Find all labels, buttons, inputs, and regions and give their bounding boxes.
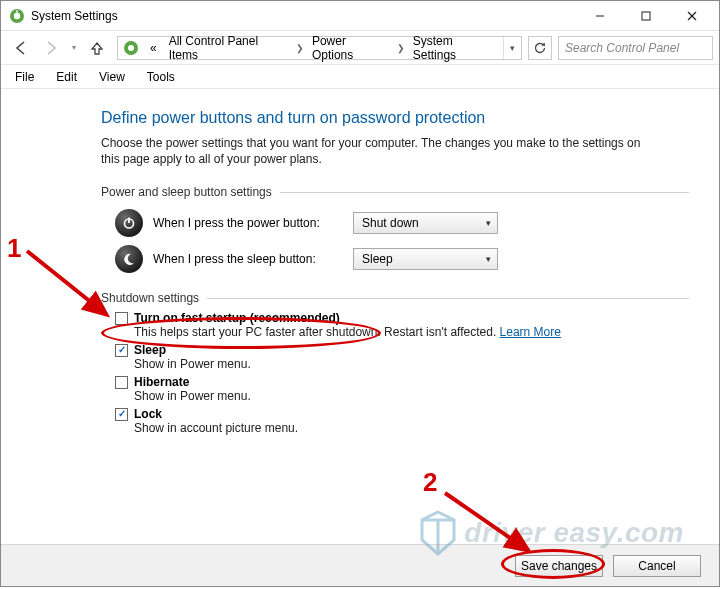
learn-more-link[interactable]: Learn More (500, 325, 561, 339)
power-icon (115, 209, 143, 237)
menu-bar: File Edit View Tools (1, 65, 719, 89)
control-panel-icon (122, 39, 140, 57)
content-area: Define power buttons and turn on passwor… (1, 91, 719, 540)
checkbox-hibernate[interactable] (115, 376, 128, 389)
power-button-select[interactable]: Shut down ▾ (353, 212, 498, 234)
menu-tools[interactable]: Tools (137, 67, 185, 87)
checkbox-label-hibernate: Hibernate (134, 375, 189, 389)
watermark-text: driver easy.com (464, 517, 684, 549)
svg-rect-2 (16, 10, 17, 14)
menu-view[interactable]: View (89, 67, 135, 87)
svg-point-8 (128, 45, 134, 51)
search-input[interactable] (559, 37, 712, 59)
back-button[interactable] (7, 35, 35, 61)
power-button-value: Shut down (362, 216, 419, 230)
forward-button[interactable] (37, 35, 65, 61)
breadcrumb-item-0[interactable]: All Control Panel Items (163, 37, 294, 59)
window-title: System Settings (31, 9, 577, 23)
sleep-button-value: Sleep (362, 252, 393, 266)
maximize-button[interactable] (623, 1, 669, 31)
chevron-right-icon: ❯ (294, 43, 306, 53)
recent-dropdown[interactable]: ▾ (67, 35, 81, 61)
sleep-icon (115, 245, 143, 273)
search-box[interactable] (558, 36, 713, 60)
menu-edit[interactable]: Edit (46, 67, 87, 87)
nav-bar: ▾ « All Control Panel Items ❯ Power Opti… (1, 31, 719, 65)
checkbox-sleep[interactable] (115, 344, 128, 357)
sleep-button-select[interactable]: Sleep ▾ (353, 248, 498, 270)
app-icon (9, 8, 25, 24)
checkbox-lock[interactable] (115, 408, 128, 421)
power-button-label: When I press the power button: (153, 216, 343, 230)
title-bar: System Settings (1, 1, 719, 31)
checkbox-fast-startup[interactable] (115, 312, 128, 325)
sleep-button-label: When I press the sleep button: (153, 252, 343, 266)
checkbox-label-fast-startup: Turn on fast startup (recommended) (134, 311, 340, 325)
group-label-shutdown: Shutdown settings (101, 291, 199, 305)
chevron-down-icon: ▾ (486, 218, 491, 228)
page-subtext: Choose the power settings that you want … (101, 135, 661, 167)
minimize-button[interactable] (577, 1, 623, 31)
divider (207, 298, 689, 299)
checkbox-label-sleep: Sleep (134, 343, 166, 357)
close-button[interactable] (669, 1, 715, 31)
watermark: driver easy.com (418, 510, 684, 556)
cancel-button[interactable]: Cancel (613, 555, 701, 577)
address-bar[interactable]: « All Control Panel Items ❯ Power Option… (117, 36, 522, 60)
up-button[interactable] (83, 35, 111, 61)
save-changes-button[interactable]: Save changes (515, 555, 603, 577)
checkbox-desc-fast-startup: This helps start your PC faster after sh… (134, 325, 689, 339)
group-label-power-sleep: Power and sleep button settings (101, 185, 272, 199)
breadcrumb-item-2[interactable]: System Settings (407, 37, 504, 59)
menu-file[interactable]: File (5, 67, 44, 87)
divider (280, 192, 689, 193)
refresh-button[interactable] (528, 36, 552, 60)
checkbox-label-lock: Lock (134, 407, 162, 421)
checkbox-desc-sleep: Show in Power menu. (134, 357, 689, 371)
address-dropdown[interactable]: ▾ (503, 37, 521, 59)
checkbox-desc-lock: Show in account picture menu. (134, 421, 689, 435)
chevron-right-icon: ❯ (395, 43, 407, 53)
breadcrumb-item-1[interactable]: Power Options (306, 37, 395, 59)
breadcrumb-prefix[interactable]: « (144, 37, 163, 59)
page-heading: Define power buttons and turn on passwor… (101, 109, 689, 127)
chevron-down-icon: ▾ (486, 254, 491, 264)
svg-rect-4 (642, 12, 650, 20)
checkbox-desc-hibernate: Show in Power menu. (134, 389, 689, 403)
